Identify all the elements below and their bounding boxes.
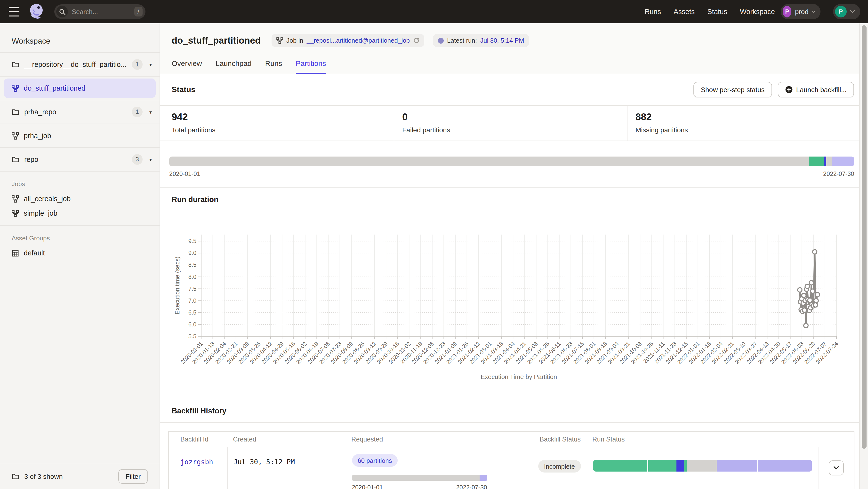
expand-row-button[interactable]	[829, 460, 844, 476]
page-scrollbar	[859, 23, 868, 489]
sidebar-footer: 3 of 3 shown Filter	[0, 463, 159, 489]
data-point-marker[interactable]	[814, 298, 818, 303]
sidebar-item-prha-repo[interactable]: prha_repo1▾	[0, 100, 159, 124]
jobs-section: Jobs all_cereals_jobsimple_job	[0, 171, 159, 226]
search-placeholder: Search...	[72, 8, 134, 15]
top-nav-status[interactable]: Status	[707, 8, 727, 15]
repo-count-status: 3 of 3 shown	[24, 472, 63, 480]
data-point-marker[interactable]	[810, 289, 815, 293]
sidebar-item-label: repo	[24, 156, 38, 163]
sidebar-item-prha-job[interactable]: prha_job	[0, 124, 159, 147]
data-point-marker[interactable]	[798, 288, 802, 292]
sidebar-job-all_cereals_job[interactable]: all_cereals_job	[0, 191, 159, 206]
dagster-app: Search... / RunsAssetsStatusWorkspace P …	[0, 0, 868, 489]
partition-status-bar[interactable]	[169, 157, 854, 166]
launch-backfill-button[interactable]: Launch backfill...	[778, 82, 854, 97]
caret-down-icon[interactable]: ▾	[149, 62, 152, 67]
stat-missing-partitions: 882Missing partitions	[627, 106, 859, 140]
y-tick-label: 8.0	[188, 273, 196, 280]
job-icon	[12, 209, 19, 217]
partition-stats: 942Total partitions0Failed partitions882…	[160, 105, 859, 141]
caret-down-icon[interactable]: ▾	[149, 157, 152, 162]
data-point-marker[interactable]	[802, 308, 807, 312]
tab-launchpad[interactable]: Launchpad	[216, 59, 252, 74]
workspace-sidebar: Workspace __repository__do_stuff_partiti…	[0, 23, 160, 489]
data-point-marker[interactable]	[804, 324, 808, 328]
stat-value: 882	[636, 111, 859, 123]
tab-overview[interactable]: Overview	[172, 59, 202, 74]
sidebar-asset-group-default[interactable]: default	[0, 246, 159, 260]
sidebar-item-label: __repository__do_stuff_partitio...	[24, 61, 127, 68]
stat-value: 0	[402, 111, 627, 123]
sidebar-item--repository-do-stuff-partitio-[interactable]: __repository__do_stuff_partitio...1▾	[0, 53, 159, 76]
repository-link[interactable]: __reposi...artitioned@partitioned_job	[307, 37, 410, 44]
run-status-segment	[687, 460, 717, 471]
run-duration-title: Run duration	[160, 188, 859, 212]
tab-partitions[interactable]: Partitions	[296, 59, 326, 74]
latest-run-link[interactable]: Jul 30, 5:14 PM	[480, 37, 524, 44]
stat-failed-partitions: 0Failed partitions	[394, 106, 627, 140]
asset-groups-section: Asset Groups default	[0, 226, 159, 260]
plus-circle-icon	[785, 86, 793, 94]
partition-status-segment	[827, 157, 832, 166]
filter-button[interactable]: Filter	[118, 469, 148, 483]
reload-icon[interactable]	[413, 37, 420, 44]
run-status-segment	[684, 460, 687, 471]
top-nav-assets[interactable]: Assets	[674, 8, 695, 15]
backfill-id-link[interactable]: jozrgsbh	[180, 458, 221, 466]
data-point-marker[interactable]	[815, 292, 820, 297]
sidebar-title: Workspace	[0, 23, 159, 52]
sidebar-job-simple_job[interactable]: simple_job	[0, 206, 159, 221]
backfill-history-title: Backfill History	[160, 406, 859, 415]
backfill-table-row: jozrgsbh Jul 30, 5:12 PM 60 partitions 2…	[169, 447, 854, 489]
chevron-down-icon	[834, 466, 839, 469]
sidebar-item-repo[interactable]: repo3▾	[0, 148, 159, 171]
asset-group-label: default	[24, 249, 45, 257]
data-point-marker[interactable]	[813, 303, 817, 307]
dagster-logo-icon[interactable]	[27, 2, 45, 21]
sidebar-item-label: do_stuff_partitioned	[24, 84, 85, 92]
folder-icon	[12, 473, 20, 480]
top-nav-workspace[interactable]: Workspace	[740, 8, 775, 15]
job-header: do_stuff_partitioned Job in __reposi...a…	[160, 23, 859, 74]
partition-status-segment	[832, 157, 854, 166]
requested-range-segment	[479, 475, 487, 481]
repo-count-badge: 1	[132, 107, 143, 117]
requested-partitions-chip[interactable]: 60 partitions	[352, 454, 398, 467]
run-duration-chart[interactable]: 2020-01-012020-01-182020-02-042020-02-21…	[160, 212, 859, 387]
sidebar-item-label: prha_repo	[24, 108, 56, 116]
stat-label: Failed partitions	[402, 126, 627, 134]
backfill-created: Jul 30, 5:12 PM	[234, 458, 340, 466]
tab-runs[interactable]: Runs	[265, 59, 282, 74]
deployment-avatar: P	[783, 6, 792, 18]
top-nav-runs[interactable]: Runs	[645, 8, 661, 15]
column-header-backfill-status: Backfill Status	[493, 432, 587, 447]
data-point-marker[interactable]	[812, 250, 817, 254]
search-shortcut-badge: /	[134, 7, 143, 17]
sidebar-item-do-stuff-partitioned[interactable]: do_stuff_partitioned	[4, 78, 156, 98]
data-point-marker[interactable]	[805, 284, 810, 289]
status-section-title: Status	[172, 85, 195, 94]
caret-down-icon[interactable]: ▾	[149, 109, 152, 115]
job-icon	[12, 132, 19, 139]
user-menu[interactable]: P	[833, 4, 860, 20]
deployment-switcher[interactable]: P prod	[781, 4, 820, 20]
run-status-segment	[593, 460, 647, 471]
scrollbar-thumb[interactable]	[862, 25, 866, 449]
run-status-bar[interactable]	[593, 460, 812, 471]
show-per-step-status-button[interactable]: Show per-step status	[693, 82, 772, 97]
data-point-marker[interactable]	[802, 293, 806, 298]
run-status-dot-icon	[438, 38, 444, 43]
latest-run-tag: Latest run: Jul 30, 5:14 PM	[433, 34, 529, 47]
partition-status-segment	[824, 157, 827, 166]
menu-icon[interactable]	[9, 7, 21, 17]
data-point-marker[interactable]	[809, 281, 813, 285]
folder-icon	[12, 61, 20, 68]
search-input[interactable]: Search... /	[54, 4, 146, 19]
folder-icon	[12, 108, 20, 115]
user-avatar: P	[835, 6, 847, 18]
repo-count-badge: 3	[132, 154, 143, 165]
job-label: all_cereals_job	[24, 195, 70, 203]
column-header-backfill-id: Backfill Id	[169, 432, 227, 447]
y-tick-label: 7.5	[188, 286, 196, 292]
